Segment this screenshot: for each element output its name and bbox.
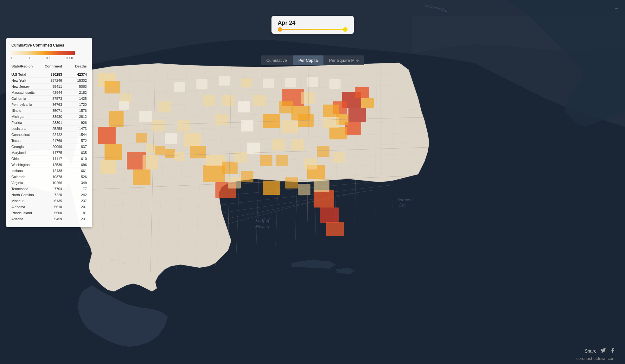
state-name: Ohio [11, 157, 39, 161]
svg-rect-59 [105, 81, 120, 93]
svg-rect-70 [253, 95, 266, 106]
confirmed-count: 14775 [39, 151, 65, 155]
table-row[interactable]: New York 257246 15302 [11, 78, 87, 84]
col-state: State/Region [11, 64, 39, 68]
svg-rect-75 [247, 143, 260, 154]
svg-rect-98 [219, 76, 230, 86]
table-row[interactable]: Alabama 5610 201 [11, 204, 87, 210]
deaths-count: 237 [65, 199, 87, 203]
table-row[interactable]: Ohio 14117 610 [11, 156, 87, 162]
svg-rect-37 [355, 87, 369, 98]
state-name: Georgia [11, 145, 39, 149]
table-row[interactable]: Michigan 33930 2812 [11, 114, 87, 120]
date-slider[interactable] [278, 29, 348, 30]
deaths-count: 837 [65, 145, 87, 149]
svg-rect-92 [285, 177, 298, 188]
legend-label-100: 100 [26, 56, 31, 60]
deaths-count: 177 [65, 187, 87, 191]
svg-rect-69 [238, 101, 250, 112]
table-row[interactable]: Virginia 10266 349 [11, 180, 87, 186]
state-name: Florida [11, 121, 39, 125]
svg-rect-67 [323, 117, 339, 128]
table-row[interactable]: Tennessee 7704 177 [11, 186, 87, 192]
svg-rect-76 [234, 152, 247, 163]
table-row[interactable]: U.S Total 830283 42374 [11, 72, 87, 78]
confirmed-count: 7704 [39, 187, 65, 191]
svg-rect-73 [203, 95, 215, 106]
confirmed-count: 14117 [39, 157, 65, 161]
table-row[interactable]: Florida 28301 926 [11, 120, 87, 126]
twitter-icon[interactable] [600, 348, 606, 354]
svg-rect-66 [329, 127, 347, 139]
table-row[interactable]: Indiana 12438 661 [11, 168, 87, 174]
date-panel: Apr 24 [271, 16, 354, 34]
state-name: Colorado [11, 175, 39, 179]
deaths-count: 2182 [65, 91, 87, 94]
table-row[interactable]: California 37573 1425 [11, 96, 87, 102]
table-row[interactable]: Georgia 20099 837 [11, 144, 87, 150]
table-row[interactable]: Texas 21769 572 [11, 138, 87, 144]
facebook-icon[interactable] [610, 348, 615, 354]
stats-table: U.S Total 830283 42374 New York 257246 1… [11, 72, 87, 222]
table-row[interactable]: Massachusetts 42944 2182 [11, 90, 87, 96]
confirmed-count: 37573 [39, 97, 65, 100]
confirmed-count: 10878 [39, 175, 65, 179]
table-row[interactable]: Arizona 5459 231 [11, 216, 87, 222]
svg-rect-43 [314, 190, 334, 208]
svg-rect-104 [136, 133, 147, 143]
share-label: Share [585, 348, 596, 354]
deaths-count: 5063 [65, 85, 87, 88]
table-row[interactable]: Louisiana 25258 1473 [11, 126, 87, 132]
svg-rect-86 [158, 101, 171, 112]
svg-rect-81 [291, 139, 304, 150]
svg-rect-72 [215, 114, 228, 125]
deaths-count: 572 [65, 139, 87, 143]
svg-rect-56 [133, 169, 150, 185]
state-name: North Carolina [11, 193, 39, 197]
confirmed-count: 6135 [39, 199, 65, 203]
state-name: Louisiana [11, 127, 39, 131]
deaths-count: 349 [65, 181, 87, 185]
menu-icon[interactable]: ≡ [615, 6, 619, 14]
table-row[interactable]: Colorado 10878 526 [11, 174, 87, 180]
confirmed-count: 5610 [39, 205, 65, 209]
deaths-count: 610 [65, 157, 87, 161]
slider-thumb-start[interactable] [278, 27, 282, 32]
confirmed-count: 35071 [39, 109, 65, 112]
table-row[interactable]: Illinois 35071 1576 [11, 108, 87, 114]
deaths-count: 696 [65, 163, 87, 167]
svg-rect-80 [276, 155, 288, 166]
table-row[interactable]: North Carolina 7220 242 [11, 192, 87, 198]
svg-rect-38 [361, 98, 374, 108]
svg-rect-101 [285, 78, 296, 87]
deaths-count: 1425 [65, 97, 87, 100]
state-name: California [11, 97, 39, 100]
svg-rect-95 [119, 101, 129, 110]
table-row[interactable]: Rhode Island 5500 181 [11, 210, 87, 216]
state-name: Virginia [11, 181, 39, 185]
table-row[interactable]: New Jersey 95411 5063 [11, 84, 87, 90]
toggle-cumulative[interactable]: Cumulative [261, 55, 293, 65]
confirmed-count: 10266 [39, 181, 65, 185]
table-row[interactable]: Washington 12539 696 [11, 162, 87, 168]
legend-label-10000: 10000+ [64, 56, 75, 60]
slider-thumb-end[interactable] [343, 27, 348, 32]
svg-rect-100 [263, 79, 274, 88]
svg-rect-89 [333, 152, 345, 163]
confirmed-count: 830283 [39, 73, 65, 76]
table-row[interactable]: Maryland 14775 635 [11, 150, 87, 156]
table-row[interactable]: Missouri 6135 237 [11, 198, 87, 204]
table-row[interactable]: Connecticut 22422 1544 [11, 132, 87, 138]
table-row[interactable]: Pennsylvania 36763 1720 [11, 102, 87, 108]
svg-text:Gulf of: Gulf of [256, 218, 270, 223]
svg-rect-60 [184, 133, 201, 147]
state-name: Arizona [11, 217, 39, 221]
view-toggle-group: Cumulative Per Capita Per Square Mile [261, 55, 365, 65]
state-name: Tennessee [11, 187, 39, 191]
confirmed-count: 95411 [39, 85, 65, 88]
deaths-count: 2812 [65, 115, 87, 118]
toggle-per-capita[interactable]: Per Capita [293, 55, 323, 65]
toggle-per-square-mile[interactable]: Per Square Mile [323, 55, 364, 65]
confirmed-count: 21769 [39, 139, 65, 143]
svg-rect-83 [165, 133, 177, 144]
